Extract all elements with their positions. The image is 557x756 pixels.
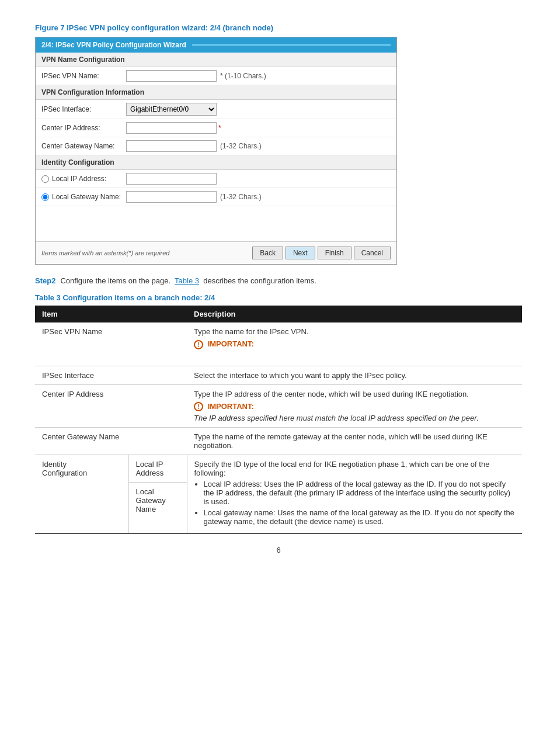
section-identity: Identity Configuration: [36, 155, 396, 170]
sub-local-gateway: LocalGatewayName: [129, 483, 187, 518]
table-row-center-ip: Center IP Address Type the IP address of…: [35, 384, 522, 428]
desc-ipsec-interface: Select the interface to which you want t…: [187, 366, 522, 384]
next-button[interactable]: Next: [286, 247, 315, 259]
hint-ipsec-vpn-name: * (1-10 Chars.): [220, 72, 266, 80]
hint-center-ip: *: [218, 124, 221, 132]
input-local-gateway[interactable]: [126, 191, 217, 203]
important-block-vpn: ! IMPORTANT:: [194, 339, 515, 349]
label-ipsec-interface: IPSec Interface:: [41, 105, 126, 113]
identity-bullet-list: Local IP address: Uses the IP address of…: [204, 480, 516, 526]
wizard-box: 2/4: IPSec VPN Policy Configuration Wiza…: [35, 37, 397, 265]
wizard-tab-label: 2/4: IPSec VPN Policy Configuration Wiza…: [41, 41, 186, 49]
wizard-body: VPN Name Configuration IPSec VPN Name: *…: [36, 53, 396, 241]
step2-text-after: describes the configuration items.: [203, 276, 316, 285]
col-description: Description: [187, 306, 522, 322]
radio-local-gateway[interactable]: [41, 193, 49, 201]
label-center-ip: Center IP Address:: [41, 124, 126, 132]
item-center-ip: Center IP Address: [35, 384, 187, 428]
row-ipsec-interface: IPSec Interface: GigabitEthernet0/0: [36, 100, 396, 119]
select-ipsec-interface[interactable]: GigabitEthernet0/0: [126, 103, 217, 116]
desc-center-ip: Type the IP address of the center node, …: [187, 384, 522, 428]
important-icon-center-ip: !: [194, 402, 203, 411]
section-vpn-config: VPN Configuration Information: [36, 85, 396, 100]
input-local-ip[interactable]: [126, 173, 217, 185]
item-identity-label: IdentityConfiguration: [35, 455, 128, 534]
desc-identity: Specify the ID type of the local end for…: [187, 455, 522, 534]
table-row-ipsec-interface: IPSec Interface Select the interface to …: [35, 366, 522, 384]
important-label-center-ip: IMPORTANT:: [208, 402, 254, 411]
bullet-local-gateway: Local gateway name: Uses the name of the…: [204, 508, 516, 526]
row-center-gateway: Center Gateway Name: (1-32 Chars.): [36, 137, 396, 155]
input-ipsec-vpn-name[interactable]: [126, 70, 217, 82]
wizard-spacer: [36, 206, 396, 241]
wizard-footer: Items marked with an asterisk(*) are req…: [36, 241, 396, 264]
row-local-ip-radio: Local IP Address:: [36, 170, 396, 188]
back-button[interactable]: Back: [252, 247, 283, 259]
row-center-ip: Center IP Address: *: [36, 119, 396, 137]
page-number: 6: [35, 546, 522, 554]
table-row-center-gateway: Center Gateway Name Type the name of the…: [35, 428, 522, 455]
table-row-ipsec-vpn-name: IPSec VPN Name Type the name for the IPs…: [35, 322, 522, 366]
desc-center-gateway: Type the name of the remote gateway at t…: [187, 428, 522, 455]
step2-text-before: Configure the items on the page.: [60, 276, 170, 285]
step2-line: Step2 Configure the items on the page. T…: [35, 276, 522, 285]
item-ipsec-interface: IPSec Interface: [35, 366, 187, 384]
label-local-gateway-radio: Local Gateway Name:: [41, 193, 126, 201]
finish-button[interactable]: Finish: [318, 247, 351, 259]
step2-label: Step2: [35, 276, 55, 285]
label-ipsec-vpn-name: IPSec VPN Name:: [41, 72, 126, 80]
footer-buttons: Back Next Finish Cancel: [252, 247, 391, 259]
bullet-local-ip: Local IP address: Uses the IP address of…: [204, 480, 516, 506]
footer-note: Items marked with an asterisk(*) are req…: [41, 249, 169, 256]
config-table: Item Description IPSec VPN Name Type the…: [35, 306, 522, 534]
hint-local-gateway: (1-32 Chars.): [220, 193, 262, 201]
wizard-tab-line: [192, 44, 391, 46]
italic-note-center-ip: The IP address specified here must match…: [194, 414, 515, 422]
radio-local-ip[interactable]: [41, 175, 49, 183]
important-label-vpn: IMPORTANT:: [208, 339, 254, 348]
figure-caption: Figure 7 IPSec VPN policy configuration …: [35, 23, 522, 32]
sub-local-ip: Local IPAddress: [129, 455, 187, 483]
table-caption: Table 3 Configuration items on a branch …: [35, 293, 522, 302]
row-ipsec-vpn-name: IPSec VPN Name: * (1-10 Chars.): [36, 67, 396, 85]
desc-text-center-ip: Type the IP address of the center node, …: [194, 390, 515, 398]
input-center-ip[interactable]: [126, 122, 217, 134]
item-center-gateway: Center Gateway Name: [35, 428, 187, 455]
input-center-gateway[interactable]: [126, 140, 217, 152]
step2-text: Configure the items on the page. Table 3…: [60, 276, 316, 285]
col-item: Item: [35, 306, 187, 322]
table-header-row: Item Description: [35, 306, 522, 322]
spacer-vpn: [194, 349, 515, 361]
row-local-gateway-radio: Local Gateway Name: (1-32 Chars.): [36, 188, 396, 206]
step2-link[interactable]: Table 3: [175, 276, 199, 285]
item-identity-sub: Local IPAddress LocalGatewayName: [128, 455, 187, 534]
desc-text-1: Type the name for the IPsec VPN.: [194, 327, 515, 336]
important-icon: !: [194, 340, 203, 349]
cancel-button[interactable]: Cancel: [354, 247, 391, 259]
wizard-tab-bar: 2/4: IPSec VPN Policy Configuration Wiza…: [36, 37, 396, 53]
hint-center-gateway: (1-32 Chars.): [220, 142, 262, 150]
section-vpn-name: VPN Name Configuration: [36, 53, 396, 67]
desc-identity-intro: Specify the ID type of the local end for…: [194, 460, 516, 477]
item-ipsec-vpn-name: IPSec VPN Name: [35, 322, 187, 366]
table-row-identity: IdentityConfiguration Local IPAddress Lo…: [35, 455, 522, 534]
label-local-ip-radio: Local IP Address:: [41, 175, 126, 183]
label-center-gateway: Center Gateway Name:: [41, 142, 126, 150]
desc-ipsec-vpn-name: Type the name for the IPsec VPN. ! IMPOR…: [187, 322, 522, 366]
important-block-center-ip: ! IMPORTANT:: [194, 402, 515, 412]
